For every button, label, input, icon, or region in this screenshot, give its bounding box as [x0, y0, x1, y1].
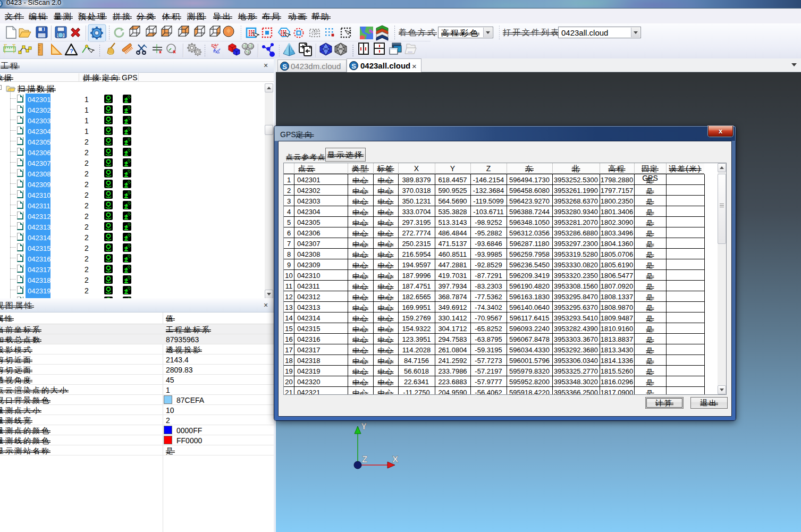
svg-text:?: ?: [70, 48, 73, 54]
svg-text:Y: Y: [361, 421, 367, 432]
svg-text:Z: Z: [362, 454, 367, 465]
svg-text:X: X: [392, 454, 399, 465]
